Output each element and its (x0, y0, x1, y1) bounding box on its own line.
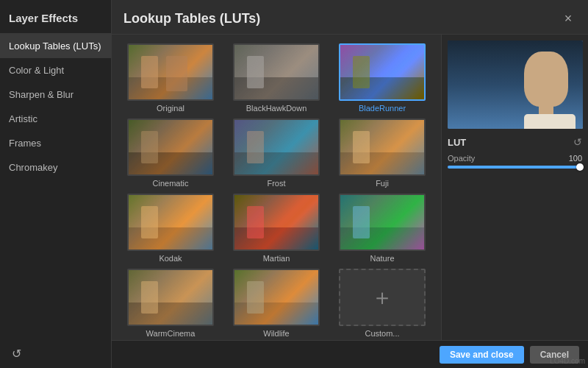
lut-label-martian: Martian (263, 254, 290, 263)
lut-thumb-blackhawkdown (233, 43, 320, 101)
preview-shirt (524, 114, 576, 129)
sidebar-item-color-light[interactable]: Color & Light (0, 58, 111, 82)
lut-preview-frost (234, 120, 318, 174)
opacity-value: 100 (569, 154, 582, 163)
lut-thumb-cinematic (127, 118, 214, 176)
main-body: Original BlackHawkDown (112, 35, 588, 368)
lut-label-cinematic: Cinematic (153, 179, 189, 188)
lut-preview-cinematic (129, 120, 212, 174)
lut-preview-bladerunner (340, 45, 424, 99)
lut-label-original: Original (157, 104, 184, 113)
lut-item-fuji[interactable]: Fuji (332, 118, 432, 188)
lut-item-blackhawkdown[interactable]: BlackHawkDown (226, 43, 326, 113)
main-header: Lookup Tables (LUTs) × (112, 0, 588, 35)
right-panel: LUT ↺ Opacity 100 (441, 35, 588, 368)
lut-thumb-original (127, 43, 214, 101)
lut-thumb-bladerunner (339, 43, 426, 101)
lut-preview-fuji (340, 120, 424, 174)
lut-item-nature[interactable]: Nature (332, 194, 432, 263)
lut-grid-area: Original BlackHawkDown (112, 35, 441, 368)
lut-grid: Original BlackHawkDown (121, 43, 432, 338)
lut-label-nature: Nature (370, 254, 394, 263)
lut-label-custom: Custom... (365, 329, 399, 338)
lut-section-label: LUT (448, 137, 466, 148)
lut-section: LUT ↺ Opacity 100 (448, 136, 582, 169)
lut-label-wildlife: Wildlife (263, 329, 289, 338)
page-title: Lookup Tables (LUTs) (123, 11, 260, 26)
save-close-button[interactable]: Save and close (440, 346, 524, 364)
lut-preview-blackhawkdown (234, 45, 318, 99)
lut-reset-icon[interactable]: ↺ (573, 136, 582, 148)
main-area: Lookup Tables (LUTs) × Original (112, 0, 588, 368)
opacity-label: Opacity (448, 154, 475, 163)
opacity-row: Opacity 100 (448, 154, 582, 163)
lut-thumb-fuji (339, 118, 426, 176)
lut-label-frost: Frost (267, 179, 285, 188)
sidebar-item-artistic[interactable]: Artistic (0, 107, 111, 131)
lut-item-custom[interactable]: ＋ Custom... (332, 269, 432, 338)
sidebar-item-frames[interactable]: Frames (0, 131, 111, 155)
lut-item-bladerunner[interactable]: BladeRunner (332, 43, 432, 113)
sidebar: Layer Effects Lookup Tables (LUTs) Color… (0, 0, 112, 368)
preview-face (524, 52, 568, 107)
lut-thumb-nature (339, 194, 426, 251)
lut-item-martian[interactable]: Martian (226, 194, 326, 263)
lut-preview-kodak (129, 195, 212, 250)
opacity-slider[interactable] (448, 166, 582, 169)
lut-item-wildlife[interactable]: Wildlife (226, 269, 326, 338)
bottom-bar: Save and close Cancel (112, 340, 588, 368)
lut-preview-wildlife (234, 270, 318, 325)
opacity-thumb (576, 163, 584, 171)
preview-scene (448, 40, 583, 129)
reset-icon[interactable]: ↺ (9, 346, 24, 361)
lut-preview-nature (340, 195, 424, 250)
close-button[interactable]: × (560, 10, 576, 26)
lut-preview-warmcinema (129, 270, 212, 325)
lut-preview-original (129, 45, 212, 99)
lut-thumb-martian (233, 194, 320, 251)
lut-item-cinematic[interactable]: Cinematic (121, 118, 220, 188)
lut-label-kodak: Kodak (159, 254, 182, 263)
sidebar-item-sharpen-blur[interactable]: Sharpen & Blur (0, 82, 111, 107)
lut-item-kodak[interactable]: Kodak (121, 194, 220, 263)
lut-thumb-custom: ＋ (339, 269, 426, 326)
lut-thumb-wildlife (233, 269, 320, 326)
lut-section-header: LUT ↺ (448, 136, 582, 148)
lut-item-frost[interactable]: Frost (226, 118, 326, 188)
preview-image (448, 40, 583, 129)
lut-preview-martian (234, 195, 318, 250)
sidebar-item-chromakey[interactable]: Chromakey (0, 155, 111, 180)
add-custom-icon: ＋ (371, 283, 393, 313)
lut-thumb-warmcinema (127, 269, 214, 326)
lut-label-warmcinema: WarmCinema (146, 329, 196, 338)
sidebar-item-lut[interactable]: Lookup Tables (LUTs) (0, 34, 111, 58)
lut-label-fuji: Fuji (376, 179, 389, 188)
lut-thumb-kodak (127, 194, 214, 251)
lut-item-warmcinema[interactable]: WarmCinema (121, 269, 220, 338)
watermark: LO4D.com (550, 357, 588, 365)
sidebar-reset-area: ↺ (0, 339, 111, 368)
lut-label-bladerunner: BladeRunner (359, 104, 406, 113)
lut-thumb-frost (233, 118, 320, 176)
lut-label-blackhawkdown: BlackHawkDown (246, 104, 307, 113)
sidebar-title: Layer Effects (0, 0, 111, 34)
lut-item-original[interactable]: Original (121, 43, 220, 113)
